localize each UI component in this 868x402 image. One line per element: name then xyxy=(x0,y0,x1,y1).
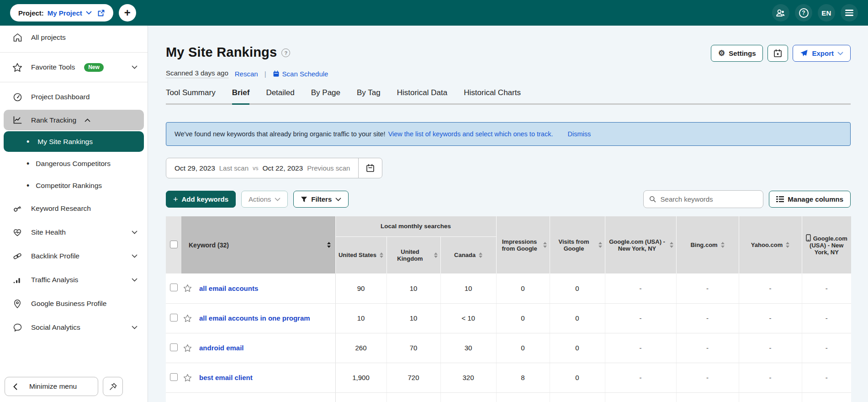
sort-icon[interactable] xyxy=(786,242,789,248)
main-content: My Site Rankings ? ⚙ Settings Export Sca… xyxy=(148,26,868,402)
sidebar: All projects Favorite Tools New Project … xyxy=(0,26,148,402)
tab-brief[interactable]: Brief xyxy=(232,88,250,103)
cell: - xyxy=(605,333,676,363)
add-project-button[interactable]: + xyxy=(119,4,136,21)
chevron-down-icon xyxy=(132,254,138,258)
sidebar-item-traffic-analysis[interactable]: Traffic Analysis xyxy=(0,268,148,292)
sort-icon[interactable] xyxy=(598,242,602,248)
row-checkbox[interactable] xyxy=(170,343,178,351)
export-label: Export xyxy=(812,49,834,57)
manage-columns-button[interactable]: Manage columns xyxy=(769,191,851,208)
tab-detailed[interactable]: Detailed xyxy=(266,88,294,103)
keyword-column-header[interactable]: Keyword (32) xyxy=(181,216,335,273)
sidebar-item-backlink-profile[interactable]: Backlink Profile xyxy=(0,244,148,268)
row-checkbox[interactable] xyxy=(170,314,178,322)
help-button[interactable]: ? xyxy=(795,4,812,21)
favorite-star-icon[interactable] xyxy=(183,284,192,292)
keyword-link[interactable]: all email accounts in one program xyxy=(199,314,310,322)
question-icon: ? xyxy=(799,8,809,18)
impressions-column-header[interactable]: Impressions from Google xyxy=(496,216,550,273)
language-button[interactable]: EN xyxy=(818,4,835,21)
chevron-down-icon[interactable] xyxy=(86,11,92,15)
map-pin-icon xyxy=(12,299,23,309)
sidebar-item-my-site-rankings[interactable]: • My Site Rankings xyxy=(4,131,144,152)
sort-icon[interactable] xyxy=(434,252,438,258)
export-button[interactable]: Export xyxy=(793,45,851,62)
favorite-star-icon[interactable] xyxy=(183,344,192,352)
sidebar-item-all-projects[interactable]: All projects xyxy=(0,26,148,49)
uk-column-header[interactable]: United Kingdom xyxy=(386,236,440,273)
tab-historical-data[interactable]: Historical Data xyxy=(397,88,448,103)
sidebar-item-social-analytics[interactable]: Social Analytics xyxy=(0,316,148,339)
tab-bar: Tool Summary Brief Detailed By Page By T… xyxy=(166,88,851,105)
menu-button[interactable] xyxy=(841,4,858,21)
visits-column-header[interactable]: Visits from Google xyxy=(550,216,605,273)
bing-column-header[interactable]: Bing.com xyxy=(676,216,739,273)
keyword-link[interactable]: all email accounts xyxy=(199,284,258,292)
date-calendar-button[interactable] xyxy=(358,158,382,178)
title-help-icon[interactable]: ? xyxy=(281,48,290,57)
project-name[interactable]: My Project xyxy=(48,9,82,17)
sort-icon[interactable] xyxy=(721,242,725,248)
row-checkbox[interactable] xyxy=(170,284,178,291)
favorite-star-icon[interactable] xyxy=(183,374,192,382)
tab-by-page[interactable]: By Page xyxy=(311,88,340,103)
select-all-checkbox[interactable] xyxy=(170,241,178,248)
column-label: Google.com (USA) - New York, NY xyxy=(608,238,667,252)
keyword-cell: android email xyxy=(181,333,335,363)
cell: 10 xyxy=(386,303,440,333)
project-selector[interactable]: Project: My Project xyxy=(10,4,113,21)
add-keywords-label: Add keywords xyxy=(182,195,229,203)
sort-icon[interactable] xyxy=(380,252,383,258)
users-button[interactable] xyxy=(772,4,789,21)
sidebar-item-project-dashboard[interactable]: Project Dashboard xyxy=(0,85,148,109)
banner-view-link[interactable]: View the list of keywords and select whi… xyxy=(388,130,553,138)
google-desktop-column-header[interactable]: Google.com (USA) - New York, NY xyxy=(605,216,676,273)
google-mobile-column-header[interactable]: Google.com (USA) - New York, NY xyxy=(802,216,851,273)
cell: - xyxy=(739,303,802,333)
keyword-link[interactable]: android email xyxy=(199,344,244,352)
row-checkbox[interactable] xyxy=(170,373,178,381)
sidebar-item-site-health[interactable]: Site Health xyxy=(0,220,148,244)
sidebar-item-dangerous-competitors[interactable]: • Dangerous Competitors xyxy=(0,153,148,175)
sidebar-item-google-business-profile[interactable]: Google Business Profile xyxy=(0,292,148,316)
cell: - xyxy=(802,273,851,303)
minimize-menu-button[interactable]: Minimize menu xyxy=(5,377,98,396)
pin-menu-button[interactable] xyxy=(103,377,123,396)
search-keywords-box[interactable] xyxy=(643,190,763,208)
minimize-menu-label: Minimize menu xyxy=(29,382,77,391)
favorite-star-icon[interactable] xyxy=(183,314,192,322)
us-column-header[interactable]: United States xyxy=(335,236,386,273)
sort-icon[interactable] xyxy=(327,242,331,248)
banner-dismiss-link[interactable]: Dismiss xyxy=(567,130,591,138)
tab-historical-charts[interactable]: Historical Charts xyxy=(464,88,521,103)
sort-icon[interactable] xyxy=(479,252,482,258)
rescan-link[interactable]: Rescan xyxy=(235,70,258,78)
columns-list-icon xyxy=(776,196,784,203)
calendar-star-icon xyxy=(773,49,782,58)
actions-button[interactable]: Actions xyxy=(241,191,288,208)
keyword-link[interactable]: best email client xyxy=(199,374,253,381)
tab-tool-summary[interactable]: Tool Summary xyxy=(166,88,216,103)
filters-button[interactable]: Filters xyxy=(293,191,349,208)
sidebar-item-keyword-research[interactable]: Keyword Research xyxy=(0,197,148,220)
row-checkbox-cell xyxy=(166,273,181,303)
sidebar-item-rank-tracking[interactable]: Rank Tracking xyxy=(4,110,144,130)
sort-icon[interactable] xyxy=(543,242,547,248)
canada-column-header[interactable]: Canada xyxy=(440,236,496,273)
tab-by-tag[interactable]: By Tag xyxy=(357,88,381,103)
external-link-icon[interactable] xyxy=(97,9,105,17)
date-range-selector[interactable]: Oct 29, 2023 Last scan vs Oct 22, 2023 P… xyxy=(166,158,382,178)
calendar-button[interactable] xyxy=(767,45,788,62)
add-keywords-button[interactable]: + Add keywords xyxy=(166,191,236,208)
cell: - xyxy=(802,303,851,333)
sidebar-item-favorite-tools[interactable]: Favorite Tools New xyxy=(0,55,148,79)
scan-schedule-link[interactable]: Scan Schedule xyxy=(273,70,328,78)
topbar-actions: ? EN xyxy=(772,4,858,21)
yahoo-column-header[interactable]: Yahoo.com xyxy=(739,216,802,273)
cell: - xyxy=(605,303,676,333)
settings-button[interactable]: ⚙ Settings xyxy=(711,45,763,62)
sort-icon[interactable] xyxy=(670,242,673,248)
search-input[interactable] xyxy=(661,195,758,203)
sidebar-item-competitor-rankings[interactable]: • Competitor Rankings xyxy=(0,175,148,197)
